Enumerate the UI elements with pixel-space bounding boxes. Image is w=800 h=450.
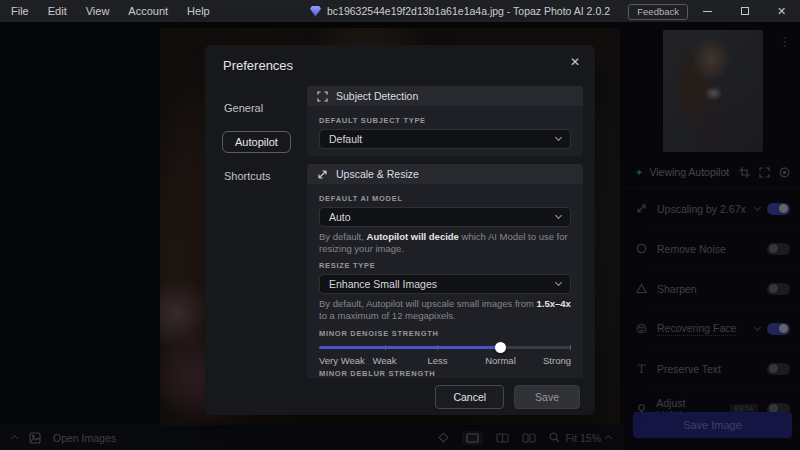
maximize-button[interactable] — [726, 0, 763, 22]
preferences-tabs: General Autopilot Shortcuts — [205, 82, 305, 378]
menu-help[interactable]: Help — [187, 5, 210, 17]
section-title: Upscale & Resize — [336, 168, 419, 180]
close-window-button[interactable]: ✕ — [763, 0, 800, 22]
tab-shortcuts[interactable]: Shortcuts — [223, 166, 271, 186]
menu-file[interactable]: File — [11, 5, 29, 17]
slider-thumb[interactable] — [495, 342, 506, 353]
subject-frame-icon — [317, 91, 328, 102]
chevron-down-icon — [555, 279, 562, 286]
deblur-strength-label: MINOR DEBLUR STRENGTH — [319, 369, 571, 378]
menu-account[interactable]: Account — [128, 5, 168, 17]
chevron-down-icon — [555, 212, 562, 219]
denoise-slider-labels: Very Weak Weak Less Normal Strong — [319, 355, 571, 365]
menu-edit[interactable]: Edit — [48, 5, 67, 17]
upscale-arrow-icon — [317, 169, 328, 180]
window-title-group: bc19632544e19f2d13b1a61e1a4a.jpg - Topaz… — [310, 5, 610, 17]
resize-type-label: RESIZE TYPE — [319, 261, 571, 270]
dialog-title: Preferences — [223, 58, 293, 73]
tab-general[interactable]: General — [223, 98, 264, 118]
section-title: Subject Detection — [336, 90, 418, 102]
preferences-content: Subject Detection DEFAULT SUBJECT TYPE D… — [307, 84, 583, 378]
ai-model-dropdown[interactable]: Auto — [319, 207, 571, 227]
dropdown-value: Auto — [329, 211, 351, 223]
dialog-close-button[interactable]: ✕ — [570, 56, 580, 68]
upscale-resize-section: Upscale & Resize DEFAULT AI MODEL Auto B… — [307, 164, 583, 378]
window-controls: ✕ — [689, 0, 800, 22]
subject-detection-section: Subject Detection DEFAULT SUBJECT TYPE D… — [307, 86, 583, 156]
dropdown-value: Default — [329, 133, 362, 145]
window-title: bc19632544e19f2d13b1a61e1a4a.jpg - Topaz… — [327, 5, 610, 17]
resize-type-description: By default, Autopilot will upscale small… — [319, 298, 571, 322]
topaz-logo-icon — [310, 6, 321, 17]
minimize-button[interactable] — [689, 0, 726, 22]
menubar: File Edit View Account Help — [0, 5, 210, 17]
denoise-strength-label: MINOR DENOISE STRENGTH — [319, 329, 571, 338]
ai-model-label: DEFAULT AI MODEL — [319, 194, 571, 203]
denoise-strength-slider[interactable] — [319, 342, 571, 353]
dropdown-value: Enhance Small Images — [329, 278, 437, 290]
menu-view[interactable]: View — [86, 5, 110, 17]
save-button[interactable]: Save — [514, 385, 580, 409]
tab-autopilot[interactable]: Autopilot — [222, 131, 291, 153]
ai-model-description: By default, Autopilot will decide which … — [319, 231, 571, 255]
maximize-icon — [741, 7, 749, 15]
cancel-button[interactable]: Cancel — [435, 385, 504, 409]
feedback-button[interactable]: Feedback — [628, 4, 688, 20]
chevron-down-icon — [555, 134, 562, 141]
subject-type-dropdown[interactable]: Default — [319, 129, 571, 149]
resize-type-dropdown[interactable]: Enhance Small Images — [319, 274, 571, 294]
preferences-dialog: Preferences ✕ General Autopilot Shortcut… — [205, 45, 595, 415]
subject-type-label: DEFAULT SUBJECT TYPE — [319, 116, 571, 125]
titlebar: File Edit View Account Help bc19632544e1… — [0, 0, 800, 22]
minimize-icon — [703, 11, 712, 12]
